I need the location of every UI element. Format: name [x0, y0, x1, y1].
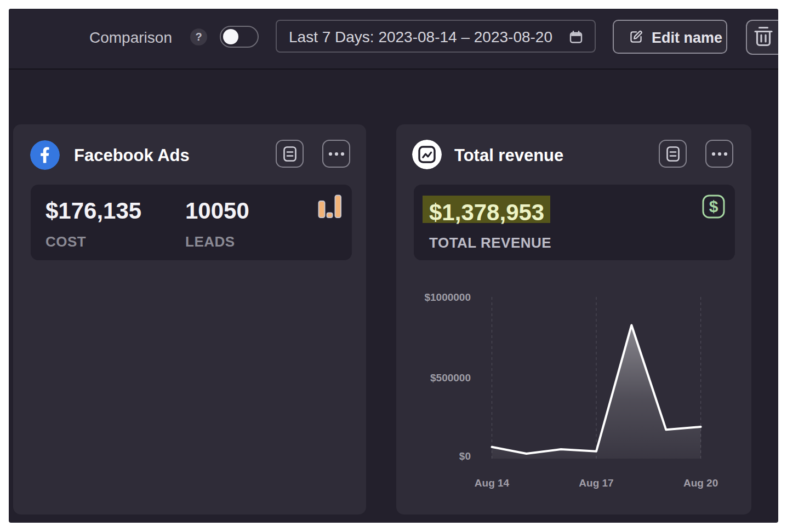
- svg-text:Aug 14: Aug 14: [475, 477, 510, 489]
- svg-text:$: $: [709, 197, 718, 215]
- svg-text:$500000: $500000: [430, 372, 471, 384]
- svg-text:$1000000: $1000000: [424, 291, 471, 303]
- svg-text:Aug 20: Aug 20: [683, 477, 718, 489]
- svg-text:Aug 17: Aug 17: [579, 477, 613, 489]
- svg-text:$0: $0: [459, 450, 471, 462]
